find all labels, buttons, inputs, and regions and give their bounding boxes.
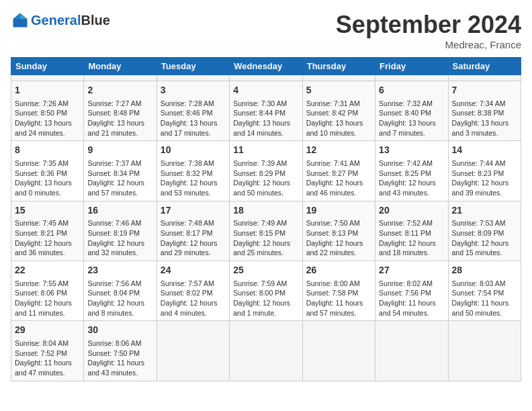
sunset: Sunset: 8:29 PM xyxy=(233,169,285,177)
empty-cell xyxy=(157,75,229,81)
page-header: GeneralBlue September 2024 Medreac, Fran… xyxy=(11,11,521,50)
day-cell-27: 27Sunrise: 8:02 AMSunset: 7:56 PMDayligh… xyxy=(375,261,448,321)
daylight: Daylight: 12 hours and 46 minutes. xyxy=(306,179,363,197)
empty-cell xyxy=(375,321,448,381)
day-cell-25: 25Sunrise: 7:59 AMSunset: 8:00 PMDayligh… xyxy=(230,261,302,321)
col-header-tuesday: Tuesday xyxy=(157,58,229,75)
sunrise: Sunrise: 7:48 AM xyxy=(161,219,214,227)
week-row-4: 15Sunrise: 7:45 AMSunset: 8:21 PMDayligh… xyxy=(11,201,521,261)
week-row-2: 1Sunrise: 7:26 AMSunset: 8:50 PMDaylight… xyxy=(11,81,521,141)
sunrise: Sunrise: 7:45 AM xyxy=(15,219,69,227)
daylight: Daylight: 12 hours and 50 minutes. xyxy=(233,179,290,197)
daylight: Daylight: 11 hours and 47 minutes. xyxy=(15,359,72,377)
empty-cell xyxy=(84,75,157,81)
daylight: Daylight: 12 hours and 1 minute. xyxy=(233,299,290,317)
daylight: Daylight: 12 hours and 18 minutes. xyxy=(379,239,436,257)
day-number: 9 xyxy=(87,144,152,157)
sunset: Sunset: 8:50 PM xyxy=(15,109,67,117)
day-cell-24: 24Sunrise: 7:57 AMSunset: 8:02 PMDayligh… xyxy=(157,261,229,321)
daylight: Daylight: 13 hours and 7 minutes. xyxy=(379,119,436,137)
calendar-table: SundayMondayTuesdayWednesdayThursdayFrid… xyxy=(11,57,521,381)
header-row: SundayMondayTuesdayWednesdayThursdayFrid… xyxy=(11,58,521,75)
day-cell-20: 20Sunrise: 7:52 AMSunset: 8:11 PMDayligh… xyxy=(375,201,448,261)
sunrise: Sunrise: 7:46 AM xyxy=(87,219,141,227)
sunset: Sunset: 8:19 PM xyxy=(87,229,140,237)
col-header-sunday: Sunday xyxy=(11,58,84,75)
daylight: Daylight: 13 hours and 24 minutes. xyxy=(15,119,72,137)
sunrise: Sunrise: 7:38 AM xyxy=(161,159,214,167)
week-row-5: 22Sunrise: 7:55 AMSunset: 8:06 PMDayligh… xyxy=(11,261,521,321)
sunrise: Sunrise: 8:02 AM xyxy=(379,279,433,287)
sunset: Sunset: 8:32 PM xyxy=(161,169,213,177)
logo: GeneralBlue xyxy=(11,11,110,30)
col-header-monday: Monday xyxy=(84,58,157,75)
day-number: 12 xyxy=(306,144,371,157)
day-cell-28: 28Sunrise: 8:03 AMSunset: 7:54 PMDayligh… xyxy=(448,261,521,321)
day-cell-14: 14Sunrise: 7:44 AMSunset: 8:23 PMDayligh… xyxy=(448,141,521,201)
sunrise: Sunrise: 7:56 AM xyxy=(87,279,141,287)
empty-cell xyxy=(157,321,229,381)
sunset: Sunset: 8:09 PM xyxy=(452,229,504,237)
sunrise: Sunrise: 7:53 AM xyxy=(452,219,506,227)
daylight: Daylight: 12 hours and 29 minutes. xyxy=(161,239,218,257)
sunset: Sunset: 7:50 PM xyxy=(87,349,140,357)
sunset: Sunset: 8:04 PM xyxy=(87,289,140,297)
day-number: 17 xyxy=(161,204,226,218)
daylight: Daylight: 12 hours and 11 minutes. xyxy=(15,299,72,317)
svg-marker-1 xyxy=(20,13,28,19)
day-number: 19 xyxy=(306,204,371,218)
sunset: Sunset: 8:40 PM xyxy=(379,109,431,117)
day-number: 1 xyxy=(15,84,80,97)
sunset: Sunset: 8:11 PM xyxy=(379,229,431,237)
empty-cell xyxy=(230,75,302,81)
daylight: Daylight: 12 hours and 4 minutes. xyxy=(161,299,218,317)
empty-cell xyxy=(302,321,375,381)
daylight: Daylight: 12 hours and 53 minutes. xyxy=(161,179,218,197)
sunset: Sunset: 8:36 PM xyxy=(15,169,67,177)
daylight: Daylight: 13 hours and 21 minutes. xyxy=(87,119,144,137)
day-number: 7 xyxy=(452,84,517,97)
day-cell-18: 18Sunrise: 7:49 AMSunset: 8:15 PMDayligh… xyxy=(230,201,302,261)
day-cell-22: 22Sunrise: 7:55 AMSunset: 8:06 PMDayligh… xyxy=(11,261,84,321)
daylight: Daylight: 12 hours and 32 minutes. xyxy=(87,239,144,257)
sunset: Sunset: 8:46 PM xyxy=(161,109,213,117)
sunset: Sunset: 8:25 PM xyxy=(379,169,431,177)
sunset: Sunset: 8:38 PM xyxy=(452,109,504,117)
day-number: 22 xyxy=(15,264,80,277)
day-cell-19: 19Sunrise: 7:50 AMSunset: 8:13 PMDayligh… xyxy=(302,201,375,261)
sunrise: Sunrise: 7:52 AM xyxy=(379,219,433,227)
day-cell-29: 29Sunrise: 8:04 AMSunset: 7:52 PMDayligh… xyxy=(11,321,84,381)
day-cell-10: 10Sunrise: 7:38 AMSunset: 8:32 PMDayligh… xyxy=(157,141,229,201)
week-row-1 xyxy=(11,75,521,81)
day-cell-9: 9Sunrise: 7:37 AMSunset: 8:34 PMDaylight… xyxy=(84,141,157,201)
empty-cell xyxy=(302,75,375,81)
sunrise: Sunrise: 7:37 AM xyxy=(87,159,141,167)
sunset: Sunset: 8:34 PM xyxy=(87,169,140,177)
daylight: Daylight: 12 hours and 15 minutes. xyxy=(452,239,509,257)
day-number: 27 xyxy=(379,264,444,277)
svg-marker-2 xyxy=(13,13,21,19)
daylight: Daylight: 12 hours and 8 minutes. xyxy=(87,299,144,317)
title-block: September 2024 Medreac, France xyxy=(336,11,521,50)
daylight: Daylight: 12 hours and 39 minutes. xyxy=(452,179,509,197)
day-cell-16: 16Sunrise: 7:46 AMSunset: 8:19 PMDayligh… xyxy=(84,201,157,261)
day-number: 4 xyxy=(233,84,298,97)
day-cell-4: 4Sunrise: 7:30 AMSunset: 8:44 PMDaylight… xyxy=(230,81,302,141)
day-cell-2: 2Sunrise: 7:27 AMSunset: 8:48 PMDaylight… xyxy=(84,81,157,141)
sunrise: Sunrise: 7:41 AM xyxy=(306,159,360,167)
day-number: 10 xyxy=(161,144,226,157)
sunset: Sunset: 7:58 PM xyxy=(306,289,359,297)
empty-cell xyxy=(230,321,302,381)
empty-cell xyxy=(375,75,448,81)
col-header-thursday: Thursday xyxy=(302,58,375,75)
day-cell-12: 12Sunrise: 7:41 AMSunset: 8:27 PMDayligh… xyxy=(302,141,375,201)
sunrise: Sunrise: 7:31 AM xyxy=(306,99,360,107)
sunrise: Sunrise: 8:04 AM xyxy=(15,339,69,347)
sunrise: Sunrise: 7:28 AM xyxy=(161,99,214,107)
sunset: Sunset: 8:15 PM xyxy=(233,229,285,237)
sunrise: Sunrise: 7:39 AM xyxy=(233,159,287,167)
day-number: 24 xyxy=(161,264,226,277)
logo-text: GeneralBlue xyxy=(31,13,110,28)
sunrise: Sunrise: 7:55 AM xyxy=(15,279,69,287)
day-cell-26: 26Sunrise: 8:00 AMSunset: 7:58 PMDayligh… xyxy=(302,261,375,321)
